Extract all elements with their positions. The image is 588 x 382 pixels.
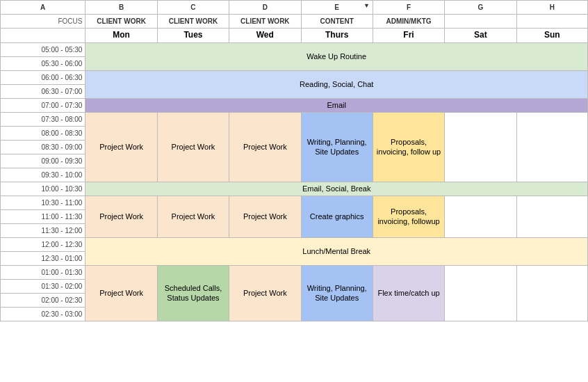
time-0700: 07:00 - 07:30 — [1, 98, 85, 112]
col-g-label: G — [445, 1, 516, 15]
col-b-label: B — [85, 1, 157, 15]
time-1230: 12:30 - 01:00 — [1, 251, 85, 265]
sat-label: Sat — [445, 29, 516, 43]
thurs-label: Thurs — [301, 29, 373, 43]
project-work-wed-1: Project Work — [229, 112, 301, 182]
scheduled-calls-block: Scheduled Calls, Status Updates — [157, 265, 229, 321]
project-work-tues-1: Project Work — [157, 112, 229, 182]
time-row-0700: 07:00 - 07:30 Email — [1, 98, 588, 112]
time-row-0730: 07:30 - 08:00 Project Work Project Work … — [1, 112, 588, 126]
client-work-mon-label: CLIENT WORK — [85, 15, 157, 29]
proposals2-block: Proposals, invoicing, followup — [373, 196, 444, 237]
time-1030: 10:30 - 11:00 — [1, 196, 85, 209]
email1-block: Email — [85, 98, 588, 112]
time-1100: 11:00 - 11:30 — [1, 209, 85, 223]
time-0900: 09:00 - 09:30 — [1, 154, 85, 168]
time-row-1200: 12:00 - 12:30 Lunch/Mental Break — [1, 237, 588, 251]
content-label: CONTENT — [301, 15, 373, 29]
email-social-block: Email, Social, Break — [85, 182, 588, 196]
time-0600: 06:00 - 06:30 — [1, 70, 85, 84]
time-row-0100pm: 01:00 - 01:30 Project Work Scheduled Cal… — [1, 265, 588, 279]
writing2-block: Writing, Planning, Site Updates — [301, 265, 373, 321]
col-a-label: A — [1, 1, 85, 15]
sat-empty-2 — [445, 196, 516, 237]
project-work-mon-pm: Project Work — [85, 265, 157, 321]
time-0930: 09:30 - 10:00 — [1, 168, 85, 182]
wake-up-block: Wake Up Routine — [85, 42, 588, 70]
col-h-empty — [516, 15, 587, 29]
create-graphics-block: Create graphics — [301, 196, 373, 237]
time-0200pm: 02:00 - 02:30 — [1, 293, 85, 307]
time-0500: 05:00 - 05:30 — [1, 42, 85, 56]
time-0530: 05:30 - 06:00 — [1, 56, 85, 70]
project-work-mon-2: Project Work — [85, 196, 157, 237]
admin-mktg-label: ADMIN/MKTG — [373, 15, 444, 29]
writing1-block: Writing, Planning, Site Updates — [301, 112, 373, 182]
time-1000: 10:00 - 10:30 — [1, 182, 85, 196]
time-row-1030: 10:30 - 11:00 Project Work Project Work … — [1, 196, 588, 209]
col-f-label: F — [373, 1, 444, 15]
col-d-label: D — [229, 1, 301, 15]
focus-label: FOCUS — [1, 15, 85, 29]
mon-label: Mon — [85, 29, 157, 43]
category-labels-row: FOCUS CLIENT WORK CLIENT WORK CLIENT WOR… — [1, 15, 588, 29]
col-e-label: E ▼ — [301, 1, 373, 15]
time-row-1000: 10:00 - 10:30 Email, Social, Break — [1, 182, 588, 196]
time-1200: 12:00 - 12:30 — [1, 237, 85, 251]
col-c-label: C — [157, 1, 229, 15]
project-work-wed-pm: Project Work — [229, 265, 301, 321]
time-0130pm: 01:30 - 02:00 — [1, 279, 85, 293]
col-g-empty — [445, 15, 516, 29]
lunch-block: Lunch/Mental Break — [85, 237, 588, 265]
time-row-0600: 06:00 - 06:30 Reading, Social, Chat — [1, 70, 588, 84]
fri-label: Fri — [373, 29, 444, 43]
time-0830: 08:30 - 09:00 — [1, 140, 85, 154]
tues-label: Tues — [157, 29, 229, 43]
sat-empty-3 — [445, 265, 516, 321]
proposals1-block: Proposals, invoicing, follow up — [373, 112, 444, 182]
sun-empty-3 — [516, 265, 587, 321]
col-h-label: H — [516, 1, 587, 15]
time-0100pm: 01:00 - 01:30 — [1, 265, 85, 279]
client-work-wed-label: CLIENT WORK — [229, 15, 301, 29]
wed-label: Wed — [229, 29, 301, 43]
sun-empty-1 — [516, 112, 587, 182]
project-work-wed-2: Project Work — [229, 196, 301, 237]
sat-empty-1 — [445, 112, 516, 182]
sun-label: Sun — [516, 29, 587, 43]
time-row-0500: 05:00 - 05:30 Wake Up Routine — [1, 42, 588, 56]
client-work-tues-label: CLIENT WORK — [157, 15, 229, 29]
col-letters-row: A B C D E ▼ F G H — [1, 1, 588, 15]
reading-block: Reading, Social, Chat — [85, 70, 588, 98]
project-work-tues-2: Project Work — [157, 196, 229, 237]
project-work-mon-1: Project Work — [85, 112, 157, 182]
time-0800: 08:00 - 08:30 — [1, 126, 85, 140]
day-labels-row: Mon Tues Wed Thurs Fri Sat Sun — [1, 29, 588, 43]
sun-empty-2 — [516, 196, 587, 237]
time-1130: 11:30 - 12:00 — [1, 223, 85, 237]
time-0730: 07:30 - 08:00 — [1, 112, 85, 126]
flex-block: Flex time/catch up — [373, 265, 444, 321]
time-0630: 06:30 - 07:00 — [1, 84, 85, 98]
time-0230pm: 02:30 - 03:00 — [1, 307, 85, 321]
empty-corner — [1, 29, 85, 43]
